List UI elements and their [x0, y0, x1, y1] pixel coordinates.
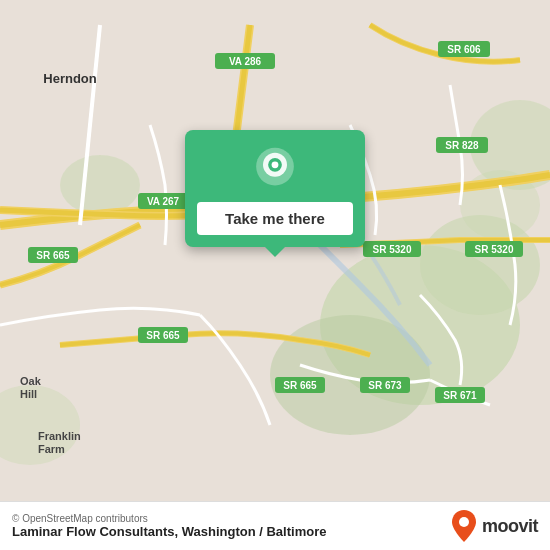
moovit-pin-icon: [450, 510, 478, 542]
location-pin-icon: [251, 146, 299, 194]
copyright-text: © OpenStreetMap contributors: [12, 513, 326, 524]
svg-text:Herndon: Herndon: [43, 71, 97, 86]
svg-text:SR 673: SR 673: [368, 380, 402, 391]
moovit-text: moovit: [482, 516, 538, 537]
svg-text:Hill: Hill: [20, 388, 37, 400]
take-me-there-button[interactable]: Take me there: [197, 202, 353, 235]
map-container: VA 286 SR 606 SR 828 VA 267 SR 665 SR 53…: [0, 0, 550, 550]
svg-text:SR 828: SR 828: [445, 140, 479, 151]
moovit-logo: moovit: [450, 510, 538, 542]
svg-text:Oak: Oak: [20, 375, 42, 387]
svg-text:SR 665: SR 665: [146, 330, 180, 341]
location-text: Laminar Flow Consultants, Washington / B…: [12, 524, 326, 539]
map-background: VA 286 SR 606 SR 828 VA 267 SR 665 SR 53…: [0, 0, 550, 550]
bottom-bar: © OpenStreetMap contributors Laminar Flo…: [0, 501, 550, 550]
svg-point-38: [272, 161, 279, 168]
svg-text:VA 286: VA 286: [229, 56, 262, 67]
svg-text:SR 665: SR 665: [283, 380, 317, 391]
svg-point-39: [459, 517, 469, 527]
svg-text:SR 606: SR 606: [447, 44, 481, 55]
svg-point-4: [60, 155, 140, 215]
svg-text:Franklin: Franklin: [38, 430, 81, 442]
svg-text:SR 5320: SR 5320: [373, 244, 412, 255]
svg-text:SR 5320: SR 5320: [475, 244, 514, 255]
svg-text:SR 665: SR 665: [36, 250, 70, 261]
svg-text:Farm: Farm: [38, 443, 65, 455]
svg-text:VA 267: VA 267: [147, 196, 180, 207]
bottom-bar-left: © OpenStreetMap contributors Laminar Flo…: [12, 513, 326, 539]
popup-card: Take me there: [185, 130, 365, 247]
svg-text:SR 671: SR 671: [443, 390, 477, 401]
